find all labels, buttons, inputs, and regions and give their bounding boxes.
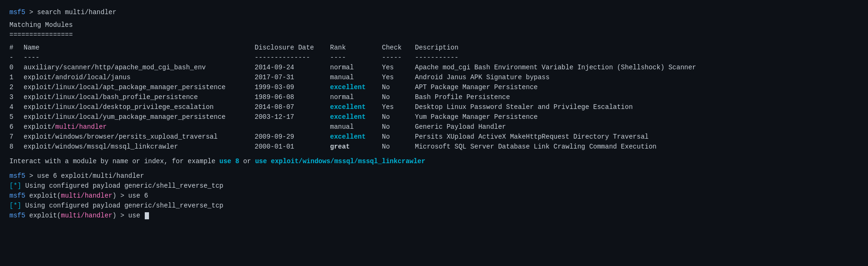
cell-num: 3 [9,92,24,102]
cell-rank: manual [330,122,382,132]
col-div-description: ----------- [415,53,700,63]
command-line-1: msf5 > search multi/handler [9,8,859,17]
col-header-rank: Rank [330,43,382,53]
table-row: 1exploit/android/local/janus2017-07-31ma… [9,73,700,83]
module-name-highlight: multi/handler [55,123,107,131]
cell-date: 2017-07-31 [255,73,330,83]
cell-description: Apache mod_cgi Bash Environment Variable… [415,63,700,73]
cmd-4: use [128,212,144,219]
section-title: Matching Modules [9,20,859,30]
cell-num: 8 [9,142,24,152]
table-row: 5exploit/linux/local/yum_package_manager… [9,112,700,122]
cell-num: 2 [9,83,24,92]
prompt-2: msf5 [9,172,25,180]
cell-check: No [382,92,415,102]
table-row: 6exploit/multi/handlermanualNoGeneric Pa… [9,122,700,132]
cell-check: Yes [382,102,415,112]
divider: ================ [9,30,859,40]
col-header-description: Description [415,43,700,53]
exploit-3: multi/handler [61,192,112,200]
cell-date: 2000-01-01 [255,142,330,152]
cell-num: 0 [9,63,24,73]
cell-name: exploit/linux/local/desktop_privilege_es… [24,102,255,112]
cell-check: Yes [382,73,415,83]
results-table: # Name Disclosure Date Rank Check Descri… [9,43,700,152]
info-line-2: [*] Using configured payload generic/she… [9,201,859,211]
cursor [145,212,149,219]
interact-text-before: Interact with a module by name or index,… [9,158,219,165]
module-name-pre: exploit/ [24,123,55,131]
command-line-4: msf5 exploit(multi/handler) > use [9,211,859,221]
interact-line: Interact with a module by name or index,… [9,157,859,166]
cell-name: auxiliary/scanner/http/apache_mod_cgi_ba… [24,63,255,73]
terminal: msf5 > search multi/handler Matching Mod… [9,8,859,221]
table-row: 3exploit/linux/local/bash_profile_persis… [9,92,700,102]
cell-name: exploit/linux/local/bash_profile_persist… [24,92,255,102]
cell-num: 7 [9,132,24,142]
cmd-3: use 6 [128,192,148,200]
cell-description: Yum Package Manager Persistence [415,112,700,122]
cell-description: APT Package Manager Persistence [415,83,700,92]
col-header-name: Name [24,43,255,53]
col-header-date: Disclosure Date [255,43,330,53]
cell-name: exploit/android/local/janus [24,73,255,83]
cell-rank: excellent [330,83,382,92]
cmd-2: use 6 exploit/multi/handler [37,172,144,180]
command-line-2: msf5 > use 6 exploit/multi/handler [9,171,859,181]
table-divider-row: - ---- -------------- ---- ----- -------… [9,53,700,63]
cell-rank: normal [330,92,382,102]
cell-rank: normal [330,63,382,73]
cmd-1: search multi/handler [37,8,116,16]
cell-num: 6 [9,122,24,132]
cell-check: No [382,142,415,152]
col-header-num: # [9,43,24,53]
col-div-num: - [9,53,24,63]
cell-date: 1999-03-09 [255,83,330,92]
cell-check: No [382,83,415,92]
table-row: 0auxiliary/scanner/http/apache_mod_cgi_b… [9,63,700,73]
info-text-1: Using configured payload generic/shell_r… [21,182,223,190]
prompt-4: msf5 [9,212,25,219]
command-line-3: msf5 exploit(multi/handler) > use 6 [9,191,859,201]
info-line-1: [*] Using configured payload generic/she… [9,181,859,191]
table-row: 7exploit/windows/browser/persits_xupload… [9,132,700,142]
cell-name: exploit/linux/local/apt_package_manager_… [24,83,255,92]
cell-description: Persits XUpload ActiveX MakeHttpRequest … [415,132,700,142]
table-row: 8exploit/windows/mssql/mssql_linkcrawler… [9,142,700,152]
cell-date: 2009-09-29 [255,132,330,142]
cell-rank: excellent [330,132,382,142]
cell-description: Desktop Linux Password Stealer and Privi… [415,102,700,112]
col-div-rank: ---- [330,53,382,63]
cell-description: Android Janus APK Signature bypass [415,73,700,83]
cell-name: exploit/windows/mssql/mssql_linkcrawler [24,142,255,152]
cell-rank: excellent [330,112,382,122]
col-div-name: ---- [24,53,255,63]
info-marker-2: [*] [9,202,21,209]
table-header-row: # Name Disclosure Date Rank Check Descri… [9,43,700,53]
interact-example2: use exploit/windows/mssql/mssql_linkcraw… [255,158,425,165]
cell-description: Generic Payload Handler [415,122,700,132]
cell-name: exploit/multi/handler [24,122,255,132]
col-div-date: -------------- [255,53,330,63]
interact-example1: use 8 [219,158,239,165]
cell-check: No [382,132,415,142]
prompt-3: msf5 [9,192,25,200]
info-text-2: Using configured payload generic/shell_r… [21,202,223,209]
cell-description: Microsoft SQL Server Database Link Crawl… [415,142,700,152]
cell-date [255,122,330,132]
exploit-4: multi/handler [61,212,112,219]
col-div-check: ----- [382,53,415,63]
col-header-check: Check [382,43,415,53]
interact-text-middle: or [239,158,255,165]
cell-num: 4 [9,102,24,112]
prompt-1: msf5 [9,8,25,16]
info-marker-1: [*] [9,182,21,190]
cell-date: 2003-12-17 [255,112,330,122]
cell-check: No [382,122,415,132]
cell-check: No [382,112,415,122]
cell-rank: manual [330,73,382,83]
table-row: 2exploit/linux/local/apt_package_manager… [9,83,700,92]
cell-check: Yes [382,63,415,73]
cell-rank: excellent [330,102,382,112]
cell-name: exploit/linux/local/yum_package_manager_… [24,112,255,122]
